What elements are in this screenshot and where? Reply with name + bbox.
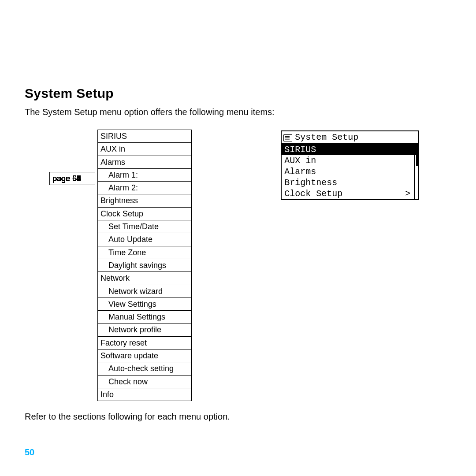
toc-item-page: page 64	[49, 172, 95, 185]
table-row: Infopage 64	[98, 388, 192, 401]
toc-item-label: Factory reset	[98, 336, 192, 349]
toc-item-label: Network	[98, 272, 192, 285]
intro-text: The System Setup menu option offers the …	[25, 107, 421, 117]
device-menu-label: Clock Setup	[284, 189, 342, 199]
device-menu-label: Alarms	[284, 167, 316, 177]
toc-item-label: Auto Update	[98, 233, 192, 246]
toc-item-label: Check now	[98, 375, 192, 388]
device-menu-label: SIRIUS	[284, 145, 316, 155]
toc-item-label: Alarms	[98, 156, 192, 168]
toc-item-label: Brightness	[98, 194, 192, 207]
device-menu-item[interactable]: AUX in	[282, 155, 418, 166]
table-row: Clock Setuppage 53	[98, 207, 192, 220]
toc-item-label: Time Zone	[98, 246, 192, 259]
table-row: Network profilepage 58	[98, 324, 192, 336]
device-menu-label: AUX in	[284, 156, 316, 166]
table-row: AUX inpage 51	[98, 143, 192, 156]
device-title-text: System Setup	[295, 132, 358, 142]
table-row: Alarm 2:page 52	[98, 182, 192, 194]
device-menu-item[interactable]: Brightness	[282, 177, 418, 188]
table-row: Auto Updatepage 54	[98, 233, 192, 246]
scrollbar-thumb	[416, 145, 418, 166]
table-row: Auto-check settingpage 61	[98, 362, 192, 375]
toc-item-label: SIRIUS	[98, 130, 192, 143]
device-menu-label: Brightness	[284, 178, 337, 188]
table-row: View Settingspage 57	[98, 298, 192, 310]
toc-item-label: Alarm 1:	[98, 168, 192, 181]
table-row: Factory resetpage 60	[98, 336, 192, 349]
toc-item-label: AUX in	[98, 143, 192, 156]
toc-item-label: Network profile	[98, 324, 192, 336]
device-scrollbar	[414, 144, 418, 199]
table-row: Software updatepage 61	[98, 350, 192, 362]
toc-item-label: View Settings	[98, 298, 192, 310]
table-row: Manual Settingspage 58	[98, 311, 192, 324]
toc-item-label: Alarm 2:	[98, 182, 192, 194]
toc-item-label: Network wizard	[98, 285, 192, 298]
device-title-bar: System Setup	[282, 131, 418, 144]
table-row: Set Time/Datepage 53	[98, 220, 192, 233]
table-row: SIRIUSpage 51	[98, 130, 192, 143]
table-row: Check nowpage 62	[98, 375, 192, 388]
toc-item-label: Software update	[98, 350, 192, 362]
toc-item-label: Clock Setup	[98, 207, 192, 220]
table-row: Alarmspage 52	[98, 156, 192, 168]
table-row: Brightnesspage 52	[98, 194, 192, 207]
table-row: Networkpage 56	[98, 272, 192, 285]
device-menu-item[interactable]: Clock Setup>	[282, 188, 418, 199]
table-row: Network wizardpage 56	[98, 285, 192, 298]
toc-table: SIRIUSpage 51AUX inpage 51Alarmspage 52A…	[97, 130, 192, 401]
device-menu-item[interactable]: Alarms	[282, 166, 418, 177]
list-icon	[283, 134, 292, 141]
page-title: System Setup	[25, 86, 421, 101]
toc-item-label: Auto-check setting	[98, 362, 192, 375]
outro-text: Refer to the sections following for each…	[25, 412, 421, 422]
toc-item-label: Set Time/Date	[98, 220, 192, 233]
table-row: Alarm 1:page 52	[98, 168, 192, 181]
page-number: 50	[25, 447, 34, 457]
table-row: Time Zonepage 54	[98, 246, 192, 259]
toc-item-label: Manual Settings	[98, 311, 192, 324]
toc-item-label: Info	[98, 388, 192, 401]
device-screen: System Setup SIRIUSAUX inAlarmsBrightnes…	[281, 130, 419, 200]
table-row: Daylight savingspage 55	[98, 259, 192, 271]
device-menu-item[interactable]: SIRIUS	[282, 144, 418, 155]
toc-item-label: Daylight savings	[98, 259, 192, 271]
